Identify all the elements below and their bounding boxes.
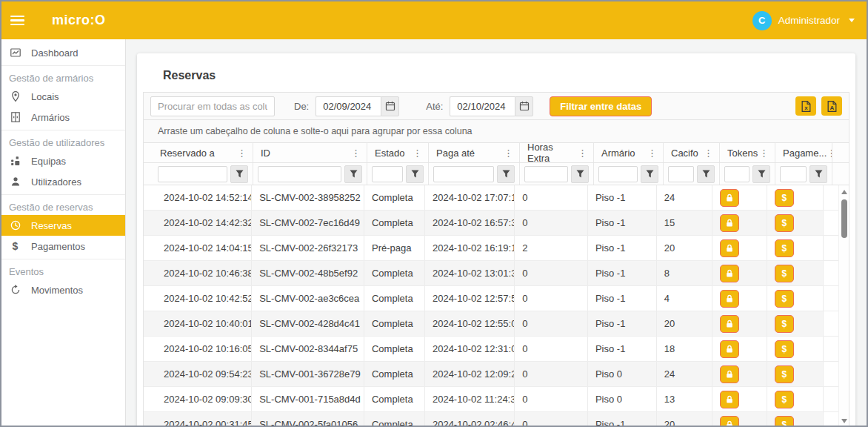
- scrollbar-thumb[interactable]: [841, 199, 847, 238]
- table-row[interactable]: 2024-10-02 14:42:32SL-CMV-002-7ec16d49Co…: [144, 211, 838, 236]
- tokens-lock-button[interactable]: [720, 265, 739, 282]
- vertical-scrollbar[interactable]: [838, 185, 849, 426]
- tokens-lock-button[interactable]: [720, 189, 739, 207]
- dollar-icon: $: [782, 395, 787, 404]
- filter-funnel-button[interactable]: [809, 165, 827, 183]
- column-menu-icon[interactable]: ⋮: [504, 148, 513, 159]
- sidebar-item-dashboard[interactable]: Dashboard: [1, 42, 125, 63]
- column-filter-input[interactable]: [780, 166, 807, 182]
- table-row[interactable]: 2024-10-02 09:09:30SL-CMV-001-715a8d4dCo…: [144, 387, 838, 412]
- tokens-cell: [712, 337, 767, 361]
- filter-funnel-button[interactable]: [406, 165, 424, 183]
- tokens-lock-button[interactable]: [720, 340, 739, 358]
- table-row[interactable]: 2024-10-02 10:46:38SL-CMV-002-48b5ef92Co…: [144, 261, 838, 286]
- table-cell: SL-CMV-002-38958252: [251, 185, 364, 210]
- table-cell: 2024-10-02 10:16:05: [144, 337, 251, 361]
- tokens-lock-button[interactable]: [720, 239, 739, 257]
- payment-dollar-button[interactable]: $: [775, 214, 794, 232]
- user-menu[interactable]: C Administrador: [752, 11, 855, 30]
- filter-funnel-button[interactable]: [497, 165, 515, 183]
- table-row[interactable]: 2024-10-02 14:52:14SL-CMV-002-38958252Co…: [144, 185, 838, 211]
- filter-funnel-button[interactable]: [641, 165, 658, 183]
- filter-funnel-button[interactable]: [344, 165, 362, 183]
- payment-dollar-button[interactable]: $: [775, 391, 794, 408]
- column-header[interactable]: Tokens ⋮: [719, 143, 775, 162]
- table-row[interactable]: 2024-10-02 10:42:52SL-CMV-002-ae3c6ceaCo…: [144, 286, 838, 311]
- sidebar-item-armarios[interactable]: Armários: [1, 107, 125, 128]
- tokens-lock-button[interactable]: [720, 214, 739, 232]
- payment-dollar-button[interactable]: $: [775, 340, 794, 358]
- column-menu-icon[interactable]: ⋮: [704, 148, 713, 159]
- column-menu-icon[interactable]: ⋮: [237, 148, 247, 159]
- payment-dollar-button[interactable]: $: [775, 315, 794, 333]
- payment-dollar-button[interactable]: $: [775, 365, 794, 383]
- export-pdf-button[interactable]: A: [821, 96, 842, 116]
- column-filter-input[interactable]: [158, 166, 227, 182]
- tokens-lock-button[interactable]: [720, 416, 739, 426]
- column-header[interactable]: Armário ⋮: [593, 143, 663, 162]
- file-pdf-icon: A: [826, 100, 838, 113]
- funnel-icon: [501, 169, 511, 179]
- column-header[interactable]: Reservado a ⋮: [144, 143, 253, 162]
- table-row[interactable]: 2024-10-02 10:40:01SL-CMV-002-428d4c41Co…: [144, 311, 838, 337]
- filter-dates-button[interactable]: Filtrar entre datas: [550, 96, 652, 116]
- export-excel-button[interactable]: x: [795, 96, 816, 116]
- filter-funnel-button[interactable]: [752, 165, 770, 183]
- column-header[interactable]: Paga até ⋮: [428, 143, 519, 162]
- column-filter-input[interactable]: [524, 166, 568, 182]
- column-menu-icon[interactable]: ⋮: [578, 148, 587, 159]
- column-filter-input[interactable]: [433, 166, 494, 182]
- table-cell: Piso -1: [587, 412, 656, 426]
- table-row[interactable]: 2024-10-02 09:54:23SL-CMV-001-36728e79Co…: [144, 362, 838, 387]
- column-menu-icon[interactable]: ⋮: [413, 148, 422, 159]
- payment-dollar-button[interactable]: $: [775, 416, 794, 426]
- sidebar-item-movimentos[interactable]: Movimentos: [1, 279, 125, 300]
- date-from-input[interactable]: [316, 96, 381, 116]
- tokens-lock-button[interactable]: [720, 365, 739, 383]
- column-menu-icon[interactable]: ⋮: [351, 148, 361, 159]
- table-cell: Piso 0: [587, 362, 656, 386]
- tokens-lock-button[interactable]: [720, 315, 739, 333]
- filter-funnel-button[interactable]: [230, 165, 248, 183]
- sidebar-item-locais[interactable]: Locais: [1, 86, 125, 107]
- date-to-calendar-button[interactable]: [515, 96, 533, 116]
- sidebar-item-reservas[interactable]: Reservas: [1, 215, 125, 236]
- column-header[interactable]: Horas Extra ⋮: [519, 143, 593, 162]
- column-header[interactable]: ID ⋮: [253, 143, 367, 162]
- menu-icon[interactable]: [10, 16, 24, 26]
- column-filter-input[interactable]: [258, 166, 341, 182]
- table-row[interactable]: 2024-10-02 14:04:15SL-CMV-002-26f32173Pr…: [144, 236, 838, 261]
- filter-funnel-button[interactable]: [571, 165, 589, 183]
- column-filter-input[interactable]: [724, 166, 750, 182]
- search-input[interactable]: [150, 96, 275, 116]
- sidebar-item-pagamentos[interactable]: $ Pagamentos: [1, 236, 125, 256]
- scroll-up-icon[interactable]: [841, 190, 847, 194]
- column-filter-input[interactable]: [372, 166, 403, 182]
- table-row[interactable]: 2024-10-02 10:16:05SL-CMV-002-8344af75Co…: [144, 337, 838, 362]
- payment-dollar-button[interactable]: $: [775, 239, 794, 257]
- table-cell: Completa: [364, 362, 424, 386]
- column-menu-icon[interactable]: ⋮: [759, 148, 769, 159]
- tokens-lock-button[interactable]: [720, 391, 739, 408]
- table-row[interactable]: 2024-10-02 00:31:45SL-CMV-002-5fa01056Co…: [144, 412, 838, 426]
- column-header[interactable]: Pagame... ⋮: [775, 143, 832, 162]
- column-header[interactable]: Cacifo ⋮: [663, 143, 719, 162]
- date-to-input[interactable]: [450, 96, 515, 116]
- payment-dollar-button[interactable]: $: [775, 290, 794, 308]
- lock-icon: [724, 319, 735, 329]
- lock-icon: [724, 243, 735, 254]
- tokens-lock-button[interactable]: [720, 290, 739, 308]
- filter-funnel-button[interactable]: [697, 165, 715, 183]
- date-from-calendar-button[interactable]: [381, 96, 399, 116]
- payment-dollar-button[interactable]: $: [775, 265, 794, 282]
- column-header[interactable]: Estado ⋮: [367, 143, 428, 162]
- column-menu-icon[interactable]: ⋮: [647, 148, 657, 159]
- scroll-down-icon[interactable]: [841, 419, 847, 423]
- column-filter-input[interactable]: [668, 166, 694, 182]
- payment-dollar-button[interactable]: $: [775, 189, 794, 207]
- sidebar-item-equipas[interactable]: Equipas: [1, 150, 125, 171]
- column-filter-input[interactable]: [598, 166, 638, 182]
- table-viewport: 2024-10-02 14:52:14SL-CMV-002-38958252Co…: [144, 185, 849, 426]
- sidebar-item-utilizadores[interactable]: Utilizadores: [1, 171, 125, 192]
- table-cell: SL-CMV-002-ae3c6cea: [251, 286, 364, 311]
